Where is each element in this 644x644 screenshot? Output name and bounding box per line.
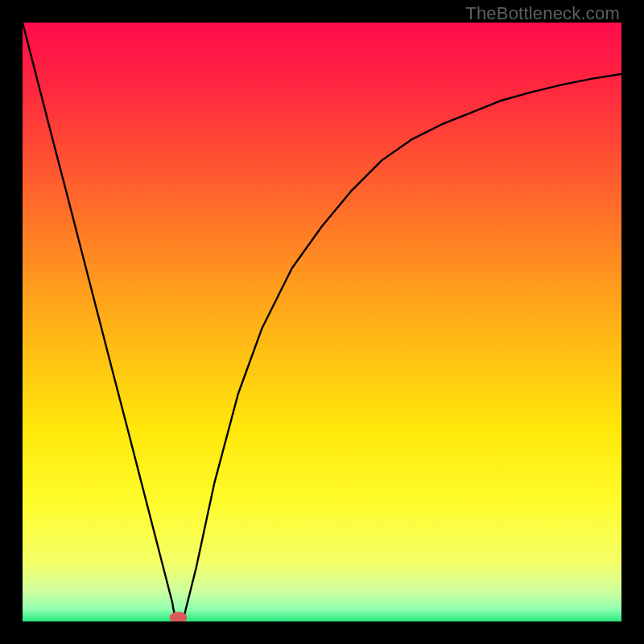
bottleneck-curve (23, 23, 621, 621)
chart-frame: TheBottleneck.com (0, 0, 644, 644)
plot-area (23, 23, 621, 621)
watermark-text: TheBottleneck.com (465, 3, 620, 24)
curve-line (23, 23, 621, 621)
